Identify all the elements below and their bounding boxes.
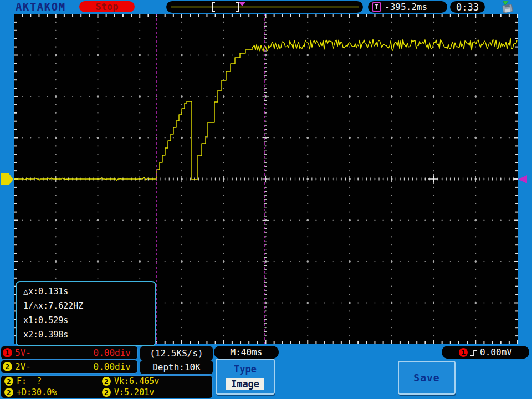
trigger-position-readout: T -395.2ms (368, 1, 447, 13)
cursor-inverse-delta-x: 1/△x:7.622HZ (23, 299, 149, 313)
type-menu-button[interactable]: Type Image (216, 359, 275, 395)
meas-value: V:5.201v (114, 387, 154, 397)
cursor-x2: x2:0.398s (23, 328, 149, 342)
trigger-level-arrow-icon[interactable] (518, 175, 528, 184)
graticule-cross-marker (428, 174, 438, 184)
horizontal-position-indicator (166, 1, 363, 13)
meas-ch-badge: 2 (102, 377, 111, 386)
cursor-x1: x1:0.529s (23, 313, 149, 328)
clock-readout: 0:33 (450, 1, 485, 13)
channel2-offset: 0.00div (94, 361, 131, 372)
measurement-voltage: 2 V:5.201v (102, 387, 212, 398)
measurement-frequency: 2 F: ? (4, 376, 102, 387)
channel1-offset: 0.00div (94, 347, 131, 358)
bottom-status-panel: 1 5V- 0.00div 2 2V- 0.00div (12.5KS/s) D… (0, 345, 532, 399)
type-label: Type (217, 364, 274, 375)
measurement-duty: 2 +D:30.0% (4, 387, 102, 398)
channel2-position-marker[interactable] (1, 173, 14, 185)
meas-ch-badge: 2 (4, 388, 13, 397)
meas-value: +D:30.0% (17, 387, 57, 397)
oscilloscope-screen: AKTAKOM Stop T -395.2ms 0:33 △x:0.1 (0, 0, 532, 399)
meas-ch-badge: 2 (4, 377, 13, 386)
channel2-badge: 2 (3, 362, 12, 371)
usb-save-icon (500, 1, 514, 13)
rising-edge-icon (470, 349, 478, 356)
channel1-status: 1 5V- 0.00div (1, 346, 138, 360)
trigger-position-value: -395.2ms (385, 2, 427, 12)
trigger-t-icon: T (372, 2, 381, 12)
trigger-level-value: 0.00mV (480, 347, 512, 357)
trigger-status: 1 0.00mV (442, 346, 529, 359)
record-window-indicator (166, 1, 363, 13)
channel1-badge: 1 (3, 348, 12, 357)
meas-value: Vk:6.465v (114, 376, 159, 386)
meas-value: F: ? (17, 376, 42, 386)
meas-ch-badge: 2 (102, 388, 111, 397)
channel2-scale: 2V- (15, 361, 31, 372)
channel1-scale: 5V- (15, 347, 31, 358)
type-value-selected[interactable]: Image (226, 378, 264, 390)
auto-measurements-box: 2 F: ? 2 Vk:6.465v 2 +D:30.0% 2 V:5.201v (1, 375, 213, 398)
trigger-source-badge: 1 (459, 348, 468, 357)
brand-logo: AKTAKOM (16, 1, 66, 13)
sample-rate-readout: (12.5KS/s) (140, 346, 213, 361)
trigger-position-marker-icon (239, 2, 245, 6)
measurement-vk: 2 Vk:6.465v (102, 376, 212, 387)
cursor-measurement-box: △x:0.131s 1/△x:7.622HZ x1:0.529s x2:0.39… (16, 281, 156, 346)
save-button[interactable]: Save (398, 361, 456, 395)
channel2-status: 2 2V- 0.00div (1, 360, 138, 374)
memory-depth-readout: Depth:10K (140, 360, 213, 375)
run-state-badge: Stop (79, 1, 135, 12)
timebase-readout: M:40ms (214, 346, 279, 359)
cursor-delta-x: △x:0.131s (23, 284, 149, 299)
